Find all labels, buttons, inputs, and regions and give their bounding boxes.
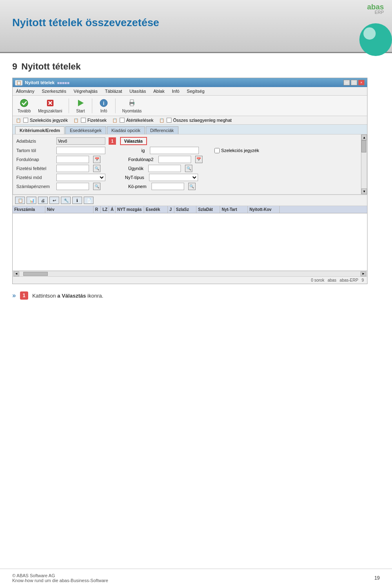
cb-osszes-label: Összes szlaegyenleg meghat — [173, 118, 232, 123]
input-fizfelt[interactable] — [56, 165, 89, 172]
btn-fizfelt-search[interactable]: 🔍 — [93, 165, 100, 172]
hscroll-right[interactable]: ► — [361, 271, 366, 276]
toolbar-megszakitani[interactable]: Megszakítani — [36, 97, 65, 114]
svg-point-0 — [20, 99, 28, 107]
btn-bt-5[interactable]: 🔧 — [61, 197, 71, 204]
col-nytmozgas: NYT mozgás — [116, 206, 144, 213]
menu-szerkesztes[interactable]: Szerkesztés — [40, 88, 68, 94]
header-banner: Nyitott tételek összevezetése abas ERP — [0, 0, 392, 53]
btn-bt-7[interactable]: 📄 — [84, 197, 94, 204]
tab-differenciak[interactable]: Differenciák — [146, 126, 178, 134]
hscroll-left[interactable]: ◄ — [13, 271, 19, 276]
menu-segitseg[interactable]: Segítség — [185, 88, 206, 94]
megszakitani-icon — [45, 98, 55, 108]
col-j: J — [168, 206, 174, 213]
app-window: 📋 Nyitott tételek ■■■■■ ─ □ × Állomány S… — [12, 78, 368, 284]
col-szlasz: SzlaSz — [174, 206, 196, 213]
abas-logo: abas ERP — [367, 3, 384, 15]
title-bar: 📋 Nyitott tételek ■■■■■ ─ □ × — [13, 78, 367, 87]
scroll-thumb[interactable] — [361, 140, 366, 152]
input-adatbazis[interactable] — [56, 137, 105, 145]
tab-kriteriumok[interactable]: Kritériumok/Eredm — [15, 126, 65, 134]
cb-szelekcios[interactable]: 📋 Szelekciós jegyzék — [16, 118, 68, 123]
btn-forduloap-cal[interactable]: 📅 — [93, 156, 100, 163]
cb-fizetek[interactable]: 📋 Fizetések — [74, 118, 107, 123]
cb-atertek[interactable]: 📋 Átértékelések — [112, 118, 154, 123]
btn-bt-3[interactable]: 🖨 — [38, 197, 48, 204]
menu-info[interactable]: Infó — [170, 88, 181, 94]
tab-esedekessegek[interactable]: Esedékességek — [65, 126, 106, 134]
menu-vegrehajtas[interactable]: Végrehajtás — [72, 88, 99, 94]
input-ig[interactable] — [150, 147, 199, 154]
btn-bt-6[interactable]: ℹ — [72, 197, 82, 204]
form-scrollbar[interactable]: ▲ ▼ — [361, 134, 367, 194]
toolbar-separator-3 — [115, 99, 116, 113]
cb-osszes[interactable]: 📋 Összes szlaegyenleg meghat — [159, 118, 232, 123]
section-number: 9 — [12, 61, 17, 72]
start-label: Start — [76, 109, 85, 113]
btn-bt-4[interactable]: ↩ — [49, 197, 59, 204]
input-szamla[interactable] — [56, 183, 89, 190]
status-user: abas — [327, 278, 336, 282]
minimize-button[interactable]: ─ — [343, 80, 350, 85]
select-nyttipus[interactable] — [149, 174, 198, 181]
menu-allomany[interactable]: Állomány — [14, 88, 36, 94]
toolbar-start[interactable]: Start — [73, 97, 88, 114]
col-szladat: SzlaDát — [196, 206, 220, 213]
cb-szelekcios-input[interactable] — [214, 148, 220, 153]
cb-szelekcios-box[interactable] — [23, 118, 28, 123]
maximize-button[interactable]: □ — [351, 80, 357, 85]
form-row-tartom: Tartom tól ig Szelekciós jegyzék — [16, 147, 359, 154]
tovabb-label: Tovább — [18, 109, 31, 113]
select-fizmod[interactable] — [56, 174, 105, 181]
tab-kiadasi[interactable]: Kiadási opciók — [107, 126, 145, 134]
btn-forduloap2-cal[interactable]: 📅 — [195, 156, 203, 163]
hscroll-thumb[interactable] — [23, 272, 48, 276]
grid-header: Fkvszámla Név R LZ Á NYT mozgás Esedék J… — [13, 206, 367, 213]
toolbar-tovabb[interactable]: Tovább — [15, 97, 33, 114]
window-controls[interactable]: ─ □ × — [343, 80, 365, 85]
toolbar-info[interactable]: i Infó — [96, 97, 111, 114]
menu-utasitas[interactable]: Utasítás — [128, 88, 147, 94]
form-row-adatbazis: Adatbázis 1 Választás — [16, 137, 359, 145]
input-tartom-tol[interactable] — [56, 147, 105, 154]
col-esedek: Esedék — [144, 206, 168, 213]
scroll-up[interactable]: ▲ — [361, 134, 367, 140]
label-forduloap2: Fordulónap2 — [128, 157, 154, 162]
label-ugynok: Ügynök — [128, 166, 143, 171]
svg-rect-9 — [130, 104, 134, 106]
cb-osszes-box[interactable] — [167, 118, 172, 123]
h-scrollbar[interactable]: ◄ ► — [13, 271, 367, 276]
footer-left: © ABAS Software AG Know-how rund um die … — [12, 573, 108, 583]
scroll-down[interactable]: ▼ — [361, 188, 367, 194]
btn-bt-2[interactable]: 📊 — [27, 197, 36, 204]
arrow-icon: » — [12, 292, 16, 299]
cb-szelekcios-row[interactable]: Szelekciós jegyzék — [214, 148, 259, 153]
label-forduloap: Fordulónap — [16, 157, 53, 162]
input-ugynok[interactable] — [148, 165, 181, 172]
bottom-toolbar: 📋 📊 🖨 ↩ 🔧 ℹ 📄 — [13, 195, 367, 206]
section-header: 9 Nyitott tételek — [12, 61, 380, 72]
btn-szamla-search[interactable]: 🔍 — [93, 183, 100, 190]
cb-szelekcios-label: Szelekciós jegyzék — [30, 118, 68, 123]
status-bar: 0 sorok abas abas-ERP 9 — [13, 276, 367, 284]
menu-tablazat[interactable]: Táblázat — [103, 88, 124, 94]
menu-ablak[interactable]: Ablak — [151, 88, 166, 94]
toolbar-nyomtatas[interactable]: Nyomtatás — [120, 97, 144, 114]
window-title-extra: ■■■■■ — [57, 81, 69, 85]
toolbar-separator-2 — [92, 99, 92, 113]
label-ig: ig — [141, 148, 145, 153]
input-kopnem[interactable] — [151, 183, 184, 190]
close-button[interactable]: × — [358, 80, 365, 85]
footer-page: 19 — [374, 575, 380, 581]
input-forduloap2[interactable] — [158, 156, 191, 163]
cb-atertek-box[interactable] — [120, 118, 125, 123]
instruction-text: Kattintson a Választás ikonra. — [32, 293, 103, 299]
btn-ugynok-search[interactable]: 🔍 — [185, 165, 192, 172]
input-forduloap[interactable] — [56, 156, 89, 163]
btn-kopnem-search[interactable]: 🔍 — [188, 183, 196, 190]
start-icon — [76, 98, 85, 108]
btn-bt-1[interactable]: 📋 — [15, 197, 25, 204]
btn-valasztas[interactable]: Választás — [120, 137, 147, 145]
cb-fizetek-box[interactable] — [81, 118, 86, 123]
